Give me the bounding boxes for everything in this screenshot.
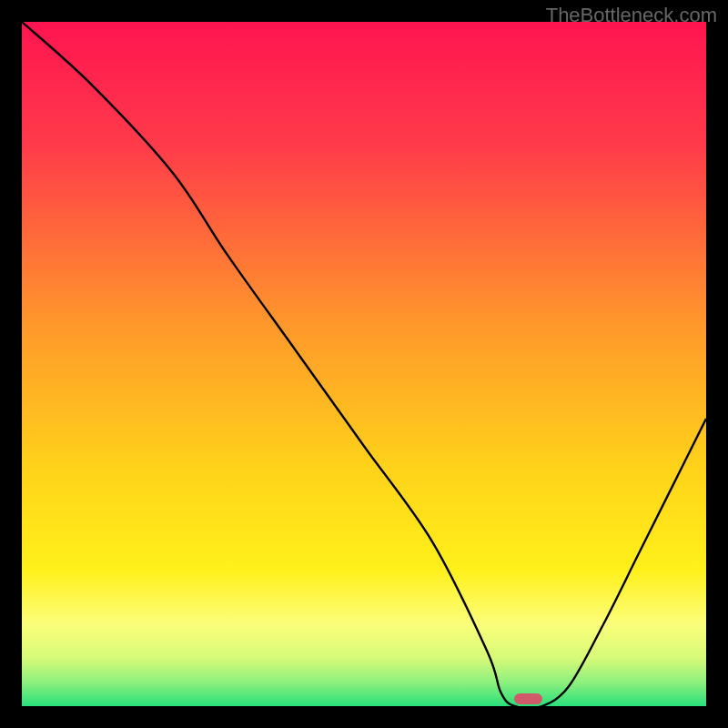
watermark-text: TheBottleneck.com	[546, 4, 717, 27]
chart-curve	[22, 22, 706, 706]
optimum-marker	[514, 693, 541, 704]
chart-plot-area	[22, 22, 706, 706]
